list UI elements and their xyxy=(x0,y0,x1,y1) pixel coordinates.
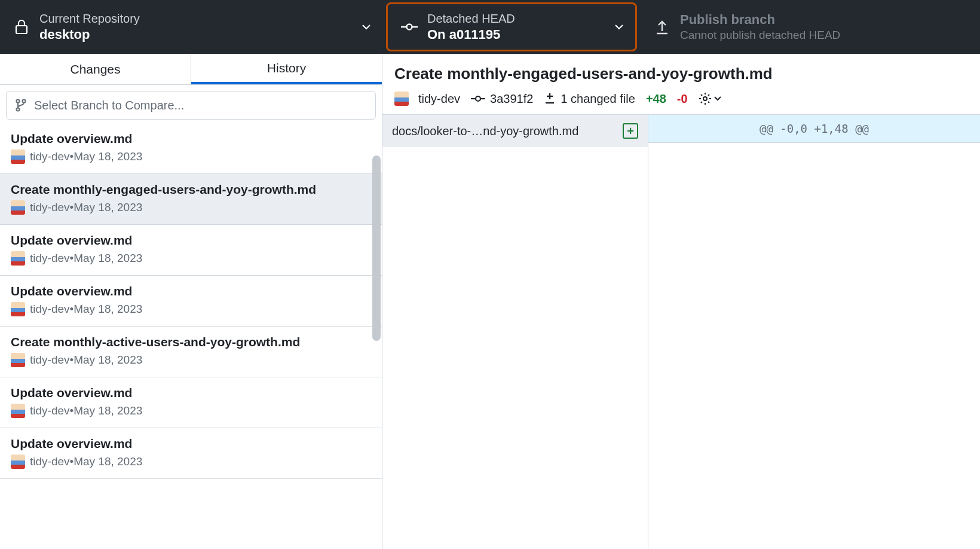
avatar xyxy=(11,251,25,266)
deletions-count: -0 xyxy=(677,92,688,106)
svg-point-6 xyxy=(22,99,25,102)
sidebar-tabs: Changes History xyxy=(0,54,382,85)
commit-item-meta: tidy-dev • May 18, 2023 xyxy=(11,404,371,418)
avatar xyxy=(11,302,25,316)
commit-item-meta: tidy-dev • May 18, 2023 xyxy=(11,150,371,164)
commit-hash[interactable]: 3a391f2 xyxy=(471,92,533,106)
app-toolbar: Current Repository desktop Detached HEAD… xyxy=(0,0,980,54)
commit-list-item[interactable]: Update overview.mdtidy-dev • May 18, 202… xyxy=(0,225,382,276)
diff-options-button[interactable] xyxy=(699,92,721,105)
repo-label: Current Repository xyxy=(39,11,140,26)
diff-pane: @@ -0,0 +1,48 @@ xyxy=(648,115,980,549)
repo-switcher[interactable]: Current Repository desktop xyxy=(0,0,382,54)
file-path: docs/looker-to-…nd-yoy-growth.md xyxy=(392,124,578,138)
svg-point-13 xyxy=(703,97,707,100)
branch-compare-placeholder: Select Branch to Compare... xyxy=(34,99,184,112)
chevron-down-icon xyxy=(714,96,721,101)
commit-list-item[interactable]: Update overview.mdtidy-dev • May 18, 202… xyxy=(0,377,382,428)
commit-item-meta: tidy-dev • May 18, 2023 xyxy=(11,200,371,215)
tab-history[interactable]: History xyxy=(191,54,382,84)
commit-item-title: Update overview.md xyxy=(11,386,371,400)
commit-list-item[interactable]: Create monthly-engaged-users-and-yoy-gro… xyxy=(0,174,382,225)
svg-point-1 xyxy=(407,25,412,30)
avatar xyxy=(11,404,25,418)
svg-point-7 xyxy=(476,96,480,101)
commit-item-title: Create monthly-active-users-and-yoy-grow… xyxy=(11,335,371,349)
additions-count: +48 xyxy=(646,92,666,106)
commit-list-item[interactable]: Create monthly-active-users-and-yoy-grow… xyxy=(0,327,382,377)
avatar xyxy=(394,92,409,106)
publish-label: Publish branch xyxy=(680,11,840,28)
commit-item-title: Update overview.md xyxy=(11,233,371,248)
chevron-down-icon xyxy=(362,22,370,32)
svg-rect-0 xyxy=(16,26,27,33)
commit-author: tidy-dev xyxy=(394,92,460,106)
diff-hunk-header: @@ -0,0 +1,48 @@ xyxy=(648,115,980,143)
svg-point-4 xyxy=(16,99,19,102)
commit-item-title: Update overview.md xyxy=(11,437,371,451)
gear-icon xyxy=(699,92,712,105)
commit-icon xyxy=(471,94,485,103)
git-branch-icon xyxy=(15,99,27,112)
file-added-icon: + xyxy=(623,123,638,139)
commit-list-item[interactable]: Update overview.mdtidy-dev • May 18, 202… xyxy=(0,428,382,479)
commit-meta: tidy-dev 3a391f2 1 changed file +48 -0 xyxy=(394,92,968,106)
commit-item-meta: tidy-dev • May 18, 2023 xyxy=(11,251,371,266)
commit-item-title: Update overview.md xyxy=(11,284,371,298)
commit-icon xyxy=(400,22,419,32)
branch-compare-select[interactable]: Select Branch to Compare... xyxy=(6,91,376,120)
svg-point-5 xyxy=(16,108,19,111)
avatar xyxy=(11,200,25,215)
commit-list: Update overview.mdtidy-dev • May 18, 202… xyxy=(0,123,382,549)
branch-state-label: Detached HEAD xyxy=(427,11,515,26)
tab-changes[interactable]: Changes xyxy=(0,54,191,84)
lock-icon xyxy=(12,19,31,35)
commit-title: Create monthly-engaged-users-and-yoy-gro… xyxy=(394,65,968,83)
commit-item-title: Update overview.md xyxy=(11,132,371,146)
scrollbar-thumb[interactable] xyxy=(372,155,381,341)
upload-icon xyxy=(653,19,672,35)
publish-branch-button[interactable]: Publish branch Cannot publish detached H… xyxy=(641,0,980,54)
avatar xyxy=(11,455,25,469)
commit-item-meta: tidy-dev • May 18, 2023 xyxy=(11,455,371,469)
commit-list-item[interactable]: Update overview.mdtidy-dev • May 18, 202… xyxy=(0,123,382,174)
branch-state-value: On a011195 xyxy=(427,26,515,43)
files-changed: 1 changed file xyxy=(544,92,635,106)
repo-name: desktop xyxy=(39,26,140,43)
history-sidebar: Changes History Select Branch to Compare… xyxy=(0,54,382,549)
commit-item-title: Create monthly-engaged-users-and-yoy-gro… xyxy=(11,182,371,197)
commit-item-meta: tidy-dev • May 18, 2023 xyxy=(11,302,371,316)
publish-sub: Cannot publish detached HEAD xyxy=(680,28,840,42)
commit-list-item[interactable]: Update overview.mdtidy-dev • May 18, 202… xyxy=(0,276,382,327)
diff-icon xyxy=(544,93,556,105)
chevron-down-icon xyxy=(615,22,623,32)
commit-detail-pane: Create monthly-engaged-users-and-yoy-gro… xyxy=(382,54,980,549)
changed-files-list: docs/looker-to-…nd-yoy-growth.md + xyxy=(382,115,648,549)
branch-switcher[interactable]: Detached HEAD On a011195 xyxy=(386,2,637,51)
avatar xyxy=(11,353,25,367)
commit-item-meta: tidy-dev • May 18, 2023 xyxy=(11,353,371,367)
changed-file-item[interactable]: docs/looker-to-…nd-yoy-growth.md + xyxy=(382,115,648,147)
avatar xyxy=(11,150,25,164)
